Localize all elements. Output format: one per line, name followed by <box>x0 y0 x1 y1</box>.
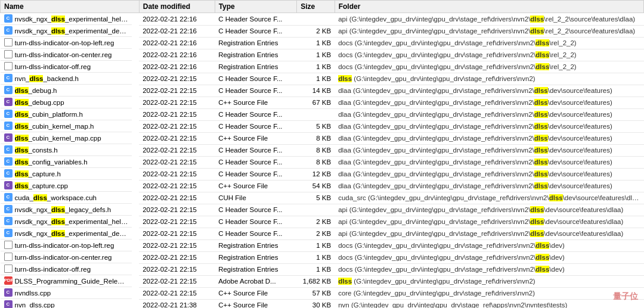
file-name-cell[interactable]: Cnvn_dlss.cpp <box>1 299 132 308</box>
dlss-highlight: dlss <box>51 206 65 213</box>
file-name-cell[interactable]: Cnvsdk_ngx_dlss_experimental_defs.h <box>1 228 132 239</box>
table-row[interactable]: Cnvsdk_ngx_dlss_experimental_defs.h2022-… <box>1 228 644 239</box>
file-name-text: cuda_dlss_workspace.cuh <box>15 194 97 201</box>
table-row[interactable]: Cdlss_cubin_kernel_map.h2022-02-21 22:15… <box>1 120 644 132</box>
table-row[interactable]: PDFDLSS_Programming_Guide_Release.pdf202… <box>1 275 644 287</box>
table-row[interactable]: Cnvsdk_ngx_dlss_experimental_helpers.h20… <box>1 13 644 26</box>
table-row[interactable]: Ccuda_dlss_workspace.cuh2022-02-21 22:15… <box>1 192 644 204</box>
file-size-cell: 8 KB <box>297 156 335 168</box>
file-name-text: dlss_config_variables.h <box>15 158 88 166</box>
file-date-cell: 2022-02-21 22:16 <box>139 13 215 26</box>
folder-dlss-highlight: dlss <box>534 147 548 154</box>
table-row[interactable]: Cdlss_debug.h2022-02-21 22:15C Header So… <box>1 85 644 97</box>
file-name-text: dlss_cubin_platform.h <box>15 111 83 118</box>
file-size-cell: 1 KB <box>297 251 335 263</box>
table-row[interactable]: Cdlss_capture.cpp2022-02-21 22:15C++ Sou… <box>1 180 644 192</box>
table-row[interactable]: turn-dlss-indicator-off.reg2022-02-21 22… <box>1 263 644 275</box>
table-row[interactable]: turn-dlss-indicator-on-top-left.reg2022-… <box>1 37 644 49</box>
c-file-icon: C <box>4 26 13 35</box>
file-date-cell: 2022-02-21 22:15 <box>139 275 215 287</box>
table-row[interactable]: turn-dlss-indicator-on-center.reg2022-02… <box>1 49 644 61</box>
table-row[interactable]: Cdlss_cubin_kernel_map.cpp2022-02-21 22:… <box>1 132 644 144</box>
file-name-cell[interactable]: Cnvsdk_ngx_dlss_experimental_helpers.h <box>1 13 132 25</box>
file-type-cell: C Header Source F... <box>215 73 297 85</box>
table-row[interactable]: Cnvsdk_ngx_dlss_legacy_defs.h2022-02-21 … <box>1 204 644 216</box>
table-row[interactable]: Cnvsdk_ngx_dlss_experimental_defs.h2022-… <box>1 25 644 37</box>
file-name-cell[interactable]: PDFDLSS_Programming_Guide_Release.pdf <box>1 275 132 287</box>
file-date-cell: 2022-02-21 22:15 <box>139 216 215 228</box>
file-folder-cell: api (G:\integdev_gpu_drv\integ\gpu_drv\s… <box>335 204 643 216</box>
file-name-text: dlss_debug.h <box>15 87 57 94</box>
col-header-type[interactable]: Type <box>215 1 297 13</box>
c-file-icon: C <box>4 122 13 130</box>
file-size-cell: 1 KB <box>297 239 335 251</box>
file-name-cell[interactable]: Cnvn_dlss_backend.h <box>1 73 132 85</box>
file-name-text: turn-dlss-indicator-off.reg <box>15 266 91 273</box>
file-name-cell[interactable]: Cdlss_cubin_kernel_map.h <box>1 120 132 132</box>
table-row[interactable]: Cdlss_cubin_platform.h2022-02-21 22:15C … <box>1 108 644 120</box>
table-row[interactable]: Cnvn_dlss.cpp2022-02-21 21:38C++ Source … <box>1 299 644 308</box>
file-name-cell[interactable]: Cdlss_capture.h <box>1 168 132 180</box>
file-size-cell: 5 KB <box>297 120 335 132</box>
table-row[interactable]: Cnvsdk_ngx_dlss_experimental_helpers.h20… <box>1 216 644 228</box>
file-date-cell: 2022-02-21 21:38 <box>139 299 215 308</box>
file-size-cell: 1 KB <box>297 73 335 85</box>
file-name-text: dlss_capture.h <box>15 170 61 178</box>
file-type-cell: C Header Source F... <box>215 25 297 37</box>
file-name-cell[interactable]: Cnvsdk_ngx_dlss_experimental_defs.h <box>1 25 132 37</box>
c-file-icon: C <box>4 169 13 178</box>
col-header-date[interactable]: Date modified <box>139 1 215 13</box>
file-name-cell[interactable]: Cdlss_capture.cpp <box>1 180 132 192</box>
folder-dlss-highlight: dlss <box>338 278 352 285</box>
file-name-cell[interactable]: turn-dlss-indicator-off.reg <box>1 61 132 73</box>
file-folder-cell: docs (G:\integdev_gpu_drv\integ\gpu_drv\… <box>335 49 643 61</box>
file-name-cell[interactable]: Cdlss_cubin_platform.h <box>1 108 132 120</box>
col-header-name[interactable]: Name <box>1 1 140 13</box>
col-header-folder[interactable]: Folder <box>335 1 643 13</box>
file-size-cell <box>297 13 335 26</box>
dlss-highlight: dlss <box>51 27 65 35</box>
file-name-text: dlss_capture.cpp <box>15 182 69 189</box>
file-folder-cell: dlaa (G:\integdev_gpu_drv\integ\gpu_drv\… <box>335 168 643 180</box>
cpp-file-icon: C <box>4 181 13 189</box>
file-date-cell: 2022-02-21 22:15 <box>139 180 215 192</box>
file-name-cell[interactable]: Cdlss_consts.h <box>1 144 132 156</box>
file-name-cell[interactable]: turn-dlss-indicator-off.reg <box>1 263 132 275</box>
file-name-cell[interactable]: turn-dlss-indicator-on-center.reg <box>1 49 132 61</box>
dlss-highlight: dlss <box>51 230 65 237</box>
file-name-cell[interactable]: Cdlss_config_variables.h <box>1 156 132 168</box>
file-name-cell[interactable]: Cdlss_debug.cpp <box>1 97 132 108</box>
file-name-text: turn-dlss-indicator-on-center.reg <box>15 51 112 58</box>
file-name-cell[interactable]: Ccuda_dlss_workspace.cuh <box>1 192 132 204</box>
table-row[interactable]: turn-dlss-indicator-on-center.reg2022-02… <box>1 251 644 263</box>
table-row[interactable]: Cdlss_config_variables.h2022-02-21 22:15… <box>1 156 644 168</box>
table-row[interactable]: turn-dlss-indicator-on-top-left.reg2022-… <box>1 239 644 251</box>
file-name-cell[interactable]: turn-dlss-indicator-on-center.reg <box>1 251 132 263</box>
file-name-cell[interactable]: Cnvsdk_ngx_dlss_experimental_helpers.h <box>1 216 132 228</box>
c-file-icon: C <box>4 74 13 82</box>
table-row[interactable]: Cdlss_capture.h2022-02-21 22:15C Header … <box>1 168 644 180</box>
file-name-cell[interactable]: Cdlss_cubin_kernel_map.cpp <box>1 132 132 144</box>
file-name-cell[interactable]: Cnvsdk_ngx_dlss_legacy_defs.h <box>1 204 132 216</box>
table-row[interactable]: Cdlss_debug.cpp2022-02-21 22:15C++ Sourc… <box>1 97 644 108</box>
dlss-highlight: dlss <box>15 147 29 154</box>
c-file-icon: C <box>4 110 13 118</box>
file-name-cell[interactable]: Cdlss_debug.h <box>1 85 132 97</box>
col-header-size[interactable]: Size <box>297 1 335 13</box>
table-row[interactable]: Cdlss_consts.h2022-02-21 22:15C Header S… <box>1 144 644 156</box>
table-row[interactable]: Cnvn_dlss_backend.h2022-02-21 22:15C Hea… <box>1 73 644 85</box>
file-folder-cell: dlaa (G:\integdev_gpu_drv\integ\gpu_drv\… <box>335 132 643 144</box>
file-folder-cell: dlaa (G:\integdev_gpu_drv\integ\gpu_drv\… <box>335 180 643 192</box>
folder-dlss-highlight: dlss <box>535 51 549 58</box>
file-name-cell[interactable]: turn-dlss-indicator-on-top-left.reg <box>1 37 132 49</box>
file-date-cell: 2022-02-21 22:15 <box>139 97 215 108</box>
table-row[interactable]: Cnvndlss.cpp2022-02-21 22:15C++ Source F… <box>1 287 644 299</box>
file-date-cell: 2022-02-21 22:15 <box>139 108 215 120</box>
folder-dlss-highlight: dlss <box>338 75 352 82</box>
reg-file-icon <box>4 50 13 58</box>
file-name-cell[interactable]: Cnvndlss.cpp <box>1 287 132 299</box>
file-name-cell[interactable]: turn-dlss-indicator-on-top-left.reg <box>1 239 132 251</box>
table-row[interactable]: turn-dlss-indicator-off.reg2022-02-21 22… <box>1 61 644 73</box>
file-type-cell: C Header Source F... <box>215 85 297 97</box>
folder-dlss-highlight: dlss <box>535 266 549 273</box>
